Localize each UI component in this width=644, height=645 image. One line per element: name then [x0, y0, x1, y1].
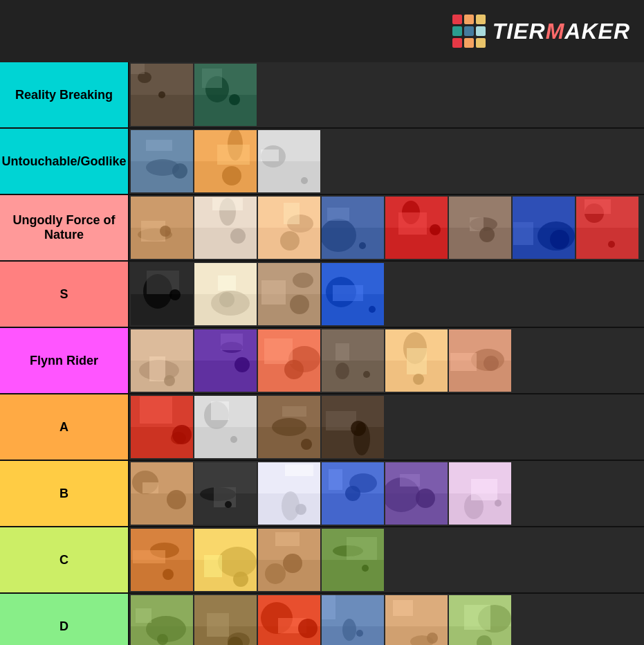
svg-point-84: [369, 306, 376, 313]
svg-rect-183: [347, 537, 377, 560]
tier-image: [258, 329, 320, 392]
logo-title: TierMaker: [493, 19, 630, 44]
svg-point-154: [345, 486, 360, 501]
svg-rect-158: [400, 474, 420, 487]
tier-image: [385, 197, 448, 259]
svg-point-69: [169, 289, 181, 300]
tier-image: [576, 197, 638, 259]
tier-row-untouchable-godlike: Untouchable/Godlike: [0, 129, 644, 195]
tier-image: [322, 197, 384, 259]
svg-point-189: [157, 634, 168, 645]
tier-image: [194, 329, 257, 392]
svg-point-9: [229, 94, 240, 105]
svg-rect-168: [133, 550, 165, 563]
svg-point-174: [233, 572, 248, 587]
tier-images-untouchable-godlike: [129, 129, 644, 194]
tier-image: [194, 462, 257, 525]
svg-point-4: [158, 91, 165, 98]
tier-row-b: B: [0, 461, 644, 527]
tier-image: [131, 64, 193, 126]
tier-images-flynn-rider: [129, 328, 644, 393]
svg-rect-23: [261, 149, 279, 161]
svg-point-179: [283, 554, 302, 573]
tier-image: [131, 329, 193, 392]
svg-rect-108: [407, 348, 427, 374]
svg-point-109: [413, 374, 424, 385]
tier-image: [194, 130, 257, 192]
svg-rect-73: [218, 275, 236, 291]
tier-image: [322, 263, 384, 325]
svg-rect-86: [131, 329, 193, 361]
svg-rect-48: [398, 212, 427, 235]
tier-image: [258, 396, 320, 458]
svg-rect-63: [585, 199, 611, 214]
svg-point-49: [430, 224, 441, 235]
tier-label-untouchable-godlike: Untouchable/Godlike: [0, 129, 129, 194]
svg-point-164: [495, 500, 502, 507]
svg-rect-18: [217, 145, 250, 165]
tier-images-reality-breaking: [129, 62, 644, 127]
svg-point-29: [160, 226, 171, 237]
svg-point-42: [322, 219, 356, 252]
tier-image: [449, 329, 511, 392]
svg-point-177: [265, 563, 286, 584]
tier-image: [194, 64, 257, 126]
svg-point-209: [427, 633, 438, 644]
svg-point-149: [295, 504, 306, 515]
svg-rect-188: [136, 608, 151, 623]
tier-label-flynn-rider: Flynn Rider: [0, 328, 129, 393]
svg-rect-143: [214, 487, 236, 507]
tier-image: [449, 595, 511, 645]
svg-rect-38: [284, 203, 300, 224]
svg-point-129: [301, 439, 312, 450]
tier-image: [385, 595, 448, 645]
tier-image: [131, 396, 193, 458]
svg-point-159: [416, 489, 435, 508]
svg-rect-33: [212, 198, 243, 210]
tier-image: [258, 595, 320, 645]
svg-point-19: [222, 166, 241, 185]
svg-rect-3: [131, 64, 145, 74]
svg-rect-148: [285, 464, 313, 476]
tier-image: [322, 595, 384, 645]
svg-rect-103: [335, 343, 349, 361]
svg-rect-88: [149, 356, 165, 381]
tier-image: [194, 529, 257, 591]
tier-image: [194, 263, 257, 325]
tier-image: [513, 197, 575, 259]
tier-image: [322, 329, 384, 392]
svg-rect-13: [146, 140, 172, 151]
tier-images-d: [129, 594, 644, 645]
svg-point-94: [234, 357, 250, 372]
svg-point-99: [284, 360, 304, 379]
svg-point-79: [290, 295, 309, 314]
svg-point-139: [167, 490, 186, 509]
tier-label-d: D: [0, 594, 129, 645]
tier-images-c: [129, 527, 644, 592]
tier-images-a: [129, 394, 644, 460]
tier-rows: Reality Breaking Untouchable/Godlike Ung…: [0, 62, 644, 645]
tier-row-a: A: [0, 394, 644, 461]
svg-rect-208: [393, 600, 413, 616]
svg-rect-178: [275, 532, 300, 546]
tier-images-s: [129, 262, 644, 327]
tier-image: [322, 396, 384, 458]
tier-label-c: C: [0, 527, 129, 592]
tier-row-reality-breaking: Reality Breaking: [0, 62, 644, 129]
tier-image: [194, 197, 257, 259]
svg-point-184: [362, 565, 369, 572]
svg-rect-101: [322, 329, 384, 361]
tier-image: [258, 130, 320, 192]
logo-grid: [452, 15, 486, 48]
svg-rect-138: [142, 482, 158, 493]
tier-image: [194, 595, 257, 645]
svg-point-39: [280, 231, 300, 251]
tier-image: [131, 263, 193, 325]
tier-image: [131, 197, 193, 259]
svg-rect-118: [140, 397, 172, 424]
svg-rect-78: [261, 280, 286, 305]
tier-image: [131, 595, 193, 645]
svg-point-127: [272, 418, 306, 436]
svg-rect-58: [513, 222, 533, 245]
tier-list: TierMaker Reality Breaking Untouchable/G…: [0, 0, 644, 645]
